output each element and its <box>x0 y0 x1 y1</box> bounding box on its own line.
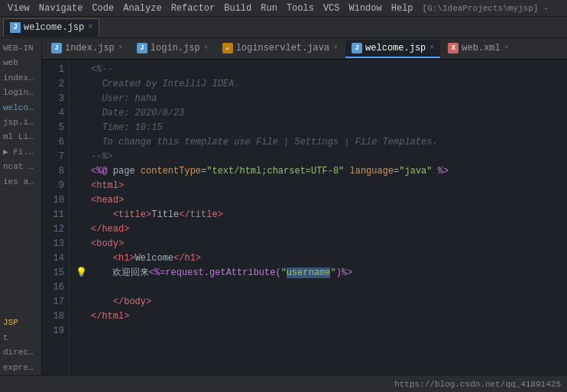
main-area: WEB-IN web index.js login.js welco... js… <box>0 38 567 375</box>
code-line-text: <head> <box>91 193 124 208</box>
code-line-text: </body> <box>91 295 151 309</box>
code-line-text: <%-- <box>91 63 113 77</box>
status-url: https://blog.csdn.net/qq_41891425 <box>394 380 561 389</box>
menu-build[interactable]: Build <box>219 0 256 17</box>
code-line: </head> <box>76 222 561 237</box>
jsp-icon: J <box>352 43 362 53</box>
code-line: Created by IntelliJ IDEA. <box>76 77 561 92</box>
code-content[interactable]: <%-- Created by IntelliJ IDEA. User: hah… <box>70 60 567 375</box>
code-line-text: Time: 10:15 <box>91 121 163 135</box>
menu-view[interactable]: View <box>3 0 34 17</box>
menu-tools[interactable]: Tools <box>282 0 319 17</box>
menu-window[interactable]: Window <box>345 0 387 17</box>
code-line: <head> <box>76 193 561 208</box>
code-line: Date: 2020/8/23 <box>76 106 561 121</box>
lightbulb-icon[interactable]: 💡 <box>76 266 87 280</box>
code-line-text: --%> <box>91 150 113 164</box>
sidebar-item-login-js[interactable]: login.js <box>0 86 41 100</box>
inner-tab-bar: J index.jsp × J login.jsp × ☕ loginservl… <box>42 38 567 60</box>
code-line-text: <body> <box>91 237 124 251</box>
code-line: Time: 10:15 <box>76 121 561 135</box>
code-line-text: Date: 2020/8/23 <box>91 106 184 121</box>
code-line <box>76 280 561 295</box>
tab-close[interactable]: × <box>333 44 338 52</box>
menu-refactor[interactable]: Refactor <box>167 0 220 17</box>
jsp-icon: J <box>137 43 147 53</box>
code-line-text: </head> <box>91 222 129 237</box>
tab-label-web-xml: web.xml <box>462 43 500 53</box>
sidebar-item-ncat[interactable]: ncat 9.0 <box>0 160 41 174</box>
code-line-text: User: haha <box>91 92 157 106</box>
code-line-text: Created by IntelliJ IDEA. <box>91 77 239 92</box>
line-numbers: 12345678910111213141516171819 <box>42 60 70 375</box>
menu-code[interactable]: Code <box>87 0 118 17</box>
sidebar-item-welco[interactable]: welco... <box>0 101 41 115</box>
java-icon: ☕ <box>222 43 233 53</box>
editor-area: J index.jsp × J login.jsp × ☕ loginservl… <box>42 38 567 375</box>
tab-close[interactable]: × <box>429 44 434 52</box>
status-bar: https://blog.csdn.net/qq_41891425 <box>0 375 567 392</box>
outer-tab-bar: J welcome.jsp × <box>0 17 567 38</box>
sidebar-item-jsp-iml[interactable]: jsp.iml <box>0 115 41 130</box>
tab-welcome-jsp[interactable]: J welcome.jsp × <box>345 40 440 58</box>
sidebar-item-fi[interactable]: ▶ Fi... <box>0 145 41 160</box>
menu-analyze[interactable]: Analyze <box>118 0 166 17</box>
code-line: <%@ page contentType="text/html;charset=… <box>76 164 561 179</box>
sidebar-item-web[interactable]: web <box>0 56 41 70</box>
tab-label-index-jsp: index.jsp <box>65 43 115 53</box>
jsp-icon: J <box>51 43 62 53</box>
tab-loginservlet-java[interactable]: ☕ loginservlet.java × <box>216 40 344 58</box>
tab-close[interactable]: × <box>504 44 509 52</box>
sidebar-item-ml-libra[interactable]: ml Libra <box>0 130 41 144</box>
jsp-icon: J <box>10 22 21 33</box>
code-line: To change this template use File | Setti… <box>76 135 561 150</box>
code-line-text: To change this template use File | Setti… <box>91 135 438 150</box>
outer-tab-close[interactable]: × <box>88 23 92 31</box>
code-line: </body> <box>76 295 561 309</box>
menu-bar: View Navigate Code Analyze Refactor Buil… <box>0 0 567 17</box>
code-line: <html> <box>76 179 561 193</box>
sidebar-item-web-in: WEB-IN <box>0 41 41 56</box>
code-line-text: <html> <box>91 179 124 193</box>
code-line: </html> <box>76 309 561 324</box>
sidebar-item-jsp-badge[interactable]: JSP <box>0 316 41 330</box>
sidebar-item-directiv[interactable]: directiv <box>0 345 41 360</box>
code-line-text: </html> <box>91 309 129 324</box>
sidebar-item-ies[interactable]: ies and <box>0 175 41 190</box>
sidebar: WEB-IN web index.js login.js welco... js… <box>0 38 42 375</box>
code-line <box>76 324 561 339</box>
code-line-text: <h1>Welcome</h1> <box>91 251 201 266</box>
tab-login-jsp[interactable]: J login.jsp × <box>131 40 215 58</box>
tab-web-xml[interactable]: X web.xml × <box>442 40 514 58</box>
xml-icon: X <box>448 43 458 53</box>
menu-run[interactable]: Run <box>256 0 282 17</box>
code-line: --%> <box>76 150 561 164</box>
code-line-text: 欢迎回来<%=request.getAttribute("username")%… <box>90 266 352 280</box>
menu-navigate[interactable]: Navigate <box>34 0 88 17</box>
tab-index-jsp[interactable]: J index.jsp × <box>45 40 129 58</box>
tab-close[interactable]: × <box>118 44 123 52</box>
code-line-text: <title>Title</title> <box>91 208 223 222</box>
menu-help[interactable]: Help <box>387 0 418 17</box>
code-line: <title>Title</title> <box>76 208 561 222</box>
code-line: User: haha <box>76 92 561 106</box>
sidebar-item-t[interactable]: t <box>0 331 41 345</box>
sidebar-item-index-js[interactable]: index.js <box>0 71 41 86</box>
tab-label-loginservlet: loginservlet.java <box>236 43 329 53</box>
code-line: 💡 欢迎回来<%=request.getAttribute("username"… <box>76 266 561 280</box>
code-line: <body> <box>76 237 561 251</box>
tab-label-login-jsp: login.jsp <box>151 43 200 53</box>
code-line: <%-- <box>76 63 561 77</box>
code-editor: 12345678910111213141516171819 <%-- Creat… <box>42 60 567 375</box>
sidebar-item-expressi[interactable]: expressi <box>0 361 41 375</box>
code-line-text: <%@ page contentType="text/html;charset=… <box>91 164 449 179</box>
tab-close[interactable]: × <box>204 44 209 52</box>
outer-tab-label: welcome.jsp <box>24 22 84 33</box>
code-line: <h1>Welcome</h1> <box>76 251 561 266</box>
menu-vcs[interactable]: VCS <box>319 0 345 17</box>
outer-tab-welcome-jsp[interactable]: J welcome.jsp × <box>3 18 99 37</box>
tab-label-welcome-jsp: welcome.jsp <box>365 43 426 53</box>
